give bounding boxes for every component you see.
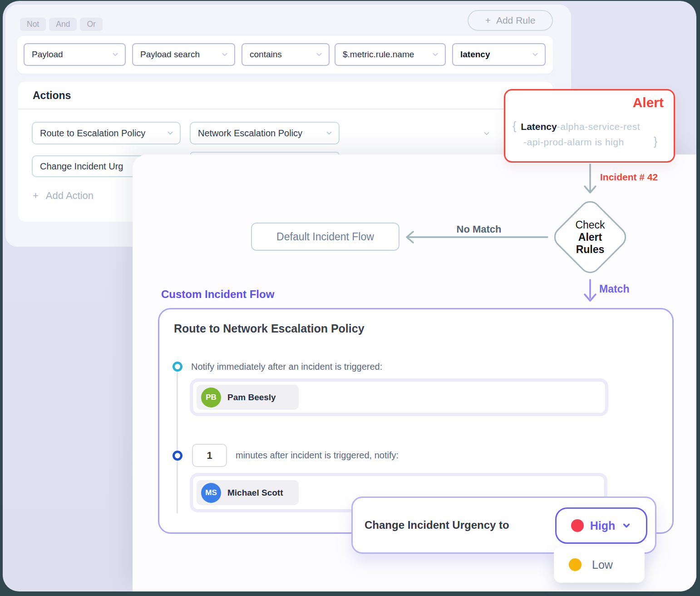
diamond-line1: Check (575, 219, 605, 231)
chevron-down-icon (531, 50, 539, 59)
chevron-down-icon (431, 50, 439, 59)
change-urgency-card: Change Incident Urgency to High (351, 497, 656, 554)
avatar: PB (201, 387, 221, 407)
change-urgency-label: Change Incident Urgency to (365, 519, 509, 531)
step2-bullet (173, 451, 182, 461)
operator-value: contains (250, 50, 282, 60)
value-dropdown[interactable]: latency (452, 43, 546, 66)
no-match-label: No Match (434, 224, 524, 235)
diamond-text: Check Alert Rules (562, 209, 619, 266)
or-button[interactable]: Or (80, 18, 102, 31)
close-brace: } (654, 135, 657, 148)
chevron-down-icon (221, 50, 229, 59)
alert-card: Alert { Latency -alpha-service-rest -api… (504, 89, 675, 163)
divider (18, 109, 553, 109)
step1-bullet (173, 362, 182, 372)
diamond-line3: Rules (576, 243, 605, 256)
alert-title: Alert (633, 95, 664, 110)
match-label: Match (599, 283, 629, 295)
plus-icon: + (485, 15, 491, 26)
path-value: $.metric.rule.name (343, 50, 414, 60)
minutes-input[interactable]: 1 (192, 444, 227, 467)
chevron-down-icon (325, 129, 333, 137)
route-action-value: Route to Escalation Policy (40, 128, 145, 139)
chevron-down-icon (621, 521, 631, 531)
chevron-down-icon[interactable] (483, 129, 491, 138)
user-name: Michael Scott (227, 488, 283, 498)
logic-operator-row: Not And Or (20, 18, 103, 31)
path-dropdown[interactable]: $.metric.rule.name (335, 43, 446, 66)
user-chip-michael[interactable]: MS Michael Scott (197, 480, 299, 505)
field-dropdown-value: Payload (32, 50, 63, 60)
diamond-line2: Alert (578, 231, 602, 243)
user-name: Pam Beesly (227, 392, 276, 402)
chevron-down-icon (315, 50, 323, 59)
step2-text: minutes after incident is triggered, not… (236, 450, 399, 461)
screenshot-canvas: Not And Or + Add Rule Payload Payload se… (0, 0, 700, 596)
alert-rest1: -alpha-service-rest (557, 121, 640, 132)
urgency-option-low[interactable]: Low (554, 546, 645, 583)
timeline-connector (177, 372, 178, 513)
default-incident-flow-node: Default Incident Flow (251, 223, 399, 251)
urgency-option-low-label: Low (592, 558, 613, 571)
and-button[interactable]: And (49, 18, 77, 31)
chevron-down-icon (166, 129, 174, 137)
add-rule-button[interactable]: + Add Rule (468, 10, 553, 31)
not-button[interactable]: Not (20, 18, 46, 31)
user-chip-pam[interactable]: PB Pam Beesly (197, 385, 299, 410)
actions-title: Actions (33, 89, 71, 102)
search-type-dropdown[interactable]: Payload search (132, 43, 235, 66)
add-action-button[interactable]: + Add Action (33, 190, 94, 202)
add-action-label: Add Action (46, 190, 94, 202)
alert-payload-line1: { Latency -alpha-service-rest (513, 119, 640, 133)
urgency-selected-value: High (590, 519, 616, 532)
alert-payload-line2: -api-prod-alarm is high (523, 137, 624, 148)
value-dropdown-value: latency (460, 50, 490, 60)
high-urgency-dot-icon (571, 519, 584, 532)
change-urgency-action-value: Change Incident Urg (40, 161, 123, 172)
operator-dropdown[interactable]: contains (242, 43, 330, 66)
notify-user-field-inner: PB Pam Beesly (192, 381, 606, 413)
avatar: MS (201, 483, 221, 503)
add-rule-label: Add Rule (496, 15, 535, 26)
notify-user-field[interactable]: PB Pam Beesly (190, 378, 608, 416)
urgency-dropdown[interactable]: High (555, 507, 647, 544)
open-brace: { (513, 119, 516, 133)
low-urgency-dot-icon (569, 558, 582, 571)
plus-icon: + (33, 190, 39, 202)
route-policy-heading: Route to Network Escalation Policy (174, 322, 365, 335)
field-dropdown[interactable]: Payload (24, 43, 126, 66)
escalation-policy-value: Network Escalation Policy (198, 128, 302, 139)
alert-metric: Latency (521, 121, 557, 132)
custom-incident-flow-title: Custom Incident Flow (161, 288, 274, 301)
escalation-policy-dropdown[interactable]: Network Escalation Policy (190, 122, 340, 144)
route-action-dropdown[interactable]: Route to Escalation Policy (32, 122, 181, 144)
incident-number-label: Incident # 42 (600, 172, 658, 183)
search-type-value: Payload search (140, 50, 200, 60)
chevron-down-icon (111, 50, 119, 59)
step1-text: Notify immediately after an incident is … (191, 362, 382, 372)
